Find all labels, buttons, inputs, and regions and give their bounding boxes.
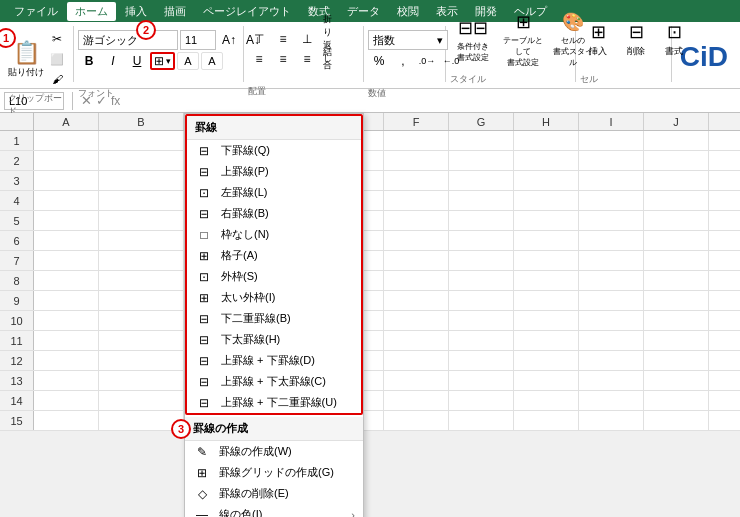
cell-B5[interactable] xyxy=(99,211,184,230)
cell-I15[interactable] xyxy=(579,411,644,430)
italic-button[interactable]: I xyxy=(102,52,124,70)
cell-J14[interactable] xyxy=(644,391,709,410)
cell-B10[interactable] xyxy=(99,311,184,330)
border-item-2[interactable]: ⊡左罫線(L) xyxy=(187,182,361,203)
border-item-10[interactable]: ⊟上罫線 + 下罫線(D) xyxy=(187,350,361,371)
cell-A7[interactable] xyxy=(34,251,99,270)
cell-B11[interactable] xyxy=(99,331,184,350)
border-item-0[interactable]: ⊟下罫線(Q) xyxy=(187,140,361,161)
cell-H3[interactable] xyxy=(514,171,579,190)
borders-dropdown-arrow[interactable]: ▾ xyxy=(166,56,171,66)
cell-H10[interactable] xyxy=(514,311,579,330)
border-item-5[interactable]: ⊞格子(A) xyxy=(187,245,361,266)
cell-G9[interactable] xyxy=(449,291,514,310)
cell-G1[interactable] xyxy=(449,131,514,150)
align-top-button[interactable]: ⊤ xyxy=(248,30,270,48)
cell-G10[interactable] xyxy=(449,311,514,330)
cell-B7[interactable] xyxy=(99,251,184,270)
cell-F8[interactable] xyxy=(384,271,449,290)
cell-G5[interactable] xyxy=(449,211,514,230)
font-name-input[interactable]: 游ゴシック xyxy=(78,30,178,50)
cell-J8[interactable] xyxy=(644,271,709,290)
cell-A8[interactable] xyxy=(34,271,99,290)
cell-H11[interactable] xyxy=(514,331,579,350)
cell-I12[interactable] xyxy=(579,351,644,370)
cell-I6[interactable] xyxy=(579,231,644,250)
cell-B4[interactable] xyxy=(99,191,184,210)
cell-I3[interactable] xyxy=(579,171,644,190)
col-header-I[interactable]: I xyxy=(579,113,644,130)
draw-item-3[interactable]: —線の色(I)› xyxy=(185,504,363,517)
number-format-select[interactable]: 指数 ▾ xyxy=(368,30,448,50)
cell-H15[interactable] xyxy=(514,411,579,430)
row-header-14[interactable]: 14 xyxy=(0,391,34,410)
row-header-9[interactable]: 9 xyxy=(0,291,34,310)
border-item-8[interactable]: ⊟下二重罫線(B) xyxy=(187,308,361,329)
col-header-J[interactable]: J xyxy=(644,113,709,130)
cell-H1[interactable] xyxy=(514,131,579,150)
cell-H4[interactable] xyxy=(514,191,579,210)
cell-I9[interactable] xyxy=(579,291,644,310)
border-item-3[interactable]: ⊟右罫線(B) xyxy=(187,203,361,224)
row-header-11[interactable]: 11 xyxy=(0,331,34,350)
menu-insert[interactable]: 挿入 xyxy=(117,2,155,21)
merge-center-button[interactable]: 結合 xyxy=(320,50,342,68)
font-size-input[interactable]: 11 xyxy=(180,30,216,50)
cell-B13[interactable] xyxy=(99,371,184,390)
cell-A12[interactable] xyxy=(34,351,99,370)
cell-J12[interactable] xyxy=(644,351,709,370)
cell-G6[interactable] xyxy=(449,231,514,250)
row-header-2[interactable]: 2 xyxy=(0,151,34,170)
cell-I11[interactable] xyxy=(579,331,644,350)
cell-B14[interactable] xyxy=(99,391,184,410)
menu-data[interactable]: データ xyxy=(339,2,388,21)
cell-G3[interactable] xyxy=(449,171,514,190)
cell-J4[interactable] xyxy=(644,191,709,210)
paste-button[interactable]: 📋 貼り付け xyxy=(8,39,44,79)
cell-F15[interactable] xyxy=(384,411,449,430)
cell-G14[interactable] xyxy=(449,391,514,410)
cell-B8[interactable] xyxy=(99,271,184,290)
underline-button[interactable]: U xyxy=(126,52,148,70)
row-header-1[interactable]: 1 xyxy=(0,131,34,150)
align-right-button[interactable]: ≡ xyxy=(296,50,318,68)
cell-G11[interactable] xyxy=(449,331,514,350)
align-middle-button[interactable]: ≡ xyxy=(272,30,294,48)
cell-J2[interactable] xyxy=(644,151,709,170)
delete-cells-button[interactable]: ⊟ 削除 xyxy=(618,16,654,64)
cell-H13[interactable] xyxy=(514,371,579,390)
cell-G8[interactable] xyxy=(449,271,514,290)
align-left-button[interactable]: ≡ xyxy=(248,50,270,68)
col-header-A[interactable]: A xyxy=(34,113,99,130)
cell-I10[interactable] xyxy=(579,311,644,330)
cell-H12[interactable] xyxy=(514,351,579,370)
row-header-5[interactable]: 5 xyxy=(0,211,34,230)
cell-G4[interactable] xyxy=(449,191,514,210)
cell-A9[interactable] xyxy=(34,291,99,310)
cell-A2[interactable] xyxy=(34,151,99,170)
cell-J7[interactable] xyxy=(644,251,709,270)
percent-button[interactable]: % xyxy=(368,52,390,70)
cut-button[interactable]: ✂ xyxy=(46,30,68,48)
cell-J3[interactable] xyxy=(644,171,709,190)
draw-item-0[interactable]: ✎罫線の作成(W) xyxy=(185,441,363,462)
increase-decimal-button[interactable]: .0→ xyxy=(416,52,438,70)
copy-button[interactable]: ⬜ xyxy=(46,50,68,68)
border-item-7[interactable]: ⊞太い外枠(I) xyxy=(187,287,361,308)
col-header-B[interactable]: B xyxy=(99,113,184,130)
menu-home[interactable]: ホーム xyxy=(67,2,116,21)
cell-J6[interactable] xyxy=(644,231,709,250)
insert-cells-button[interactable]: ⊞ 挿入 xyxy=(580,16,616,64)
cell-I14[interactable] xyxy=(579,391,644,410)
menu-pagelayout[interactable]: ページレイアウト xyxy=(195,2,299,21)
cell-J1[interactable] xyxy=(644,131,709,150)
border-item-1[interactable]: ⊟上罫線(P) xyxy=(187,161,361,182)
cell-G12[interactable] xyxy=(449,351,514,370)
cell-B12[interactable] xyxy=(99,351,184,370)
cell-H7[interactable] xyxy=(514,251,579,270)
border-item-9[interactable]: ⊟下太罫線(H) xyxy=(187,329,361,350)
cell-F4[interactable] xyxy=(384,191,449,210)
row-header-10[interactable]: 10 xyxy=(0,311,34,330)
cell-F10[interactable] xyxy=(384,311,449,330)
col-header-H[interactable]: H xyxy=(514,113,579,130)
